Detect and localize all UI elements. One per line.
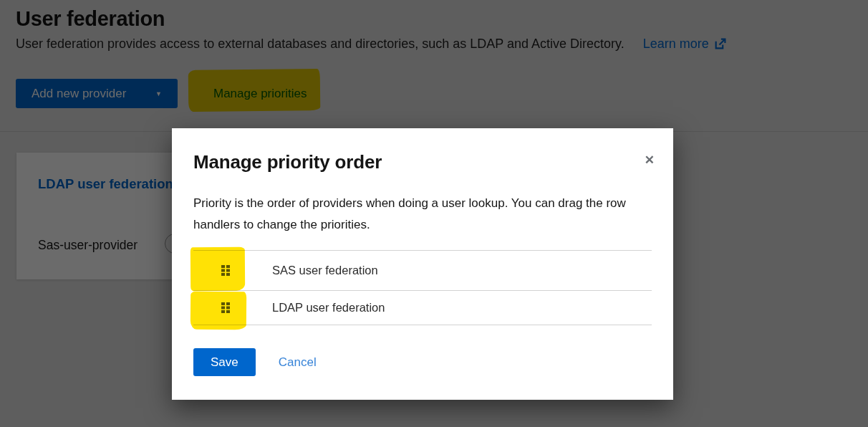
row-label: LDAP user federation — [272, 301, 385, 315]
modal-title: Manage priority order — [193, 151, 382, 173]
drag-handle-icon[interactable] — [221, 264, 231, 277]
close-icon[interactable]: ✕ — [645, 154, 655, 166]
table-row[interactable]: LDAP user federation — [193, 291, 652, 325]
priority-table: SAS user federation LDAP user federation — [193, 250, 652, 325]
drag-handle-icon[interactable] — [221, 302, 231, 314]
screen: User federation User federation provides… — [0, 0, 868, 427]
cancel-button[interactable]: Cancel — [279, 355, 317, 370]
modal-footer: Save Cancel — [193, 348, 317, 376]
row-label: SAS user federation — [272, 264, 378, 277]
table-row[interactable]: SAS user federation — [193, 251, 652, 291]
manage-priority-modal: Manage priority order ✕ Priority is the … — [172, 128, 673, 400]
modal-description: Priority is the order of providers when … — [193, 193, 643, 236]
save-button[interactable]: Save — [193, 348, 256, 376]
